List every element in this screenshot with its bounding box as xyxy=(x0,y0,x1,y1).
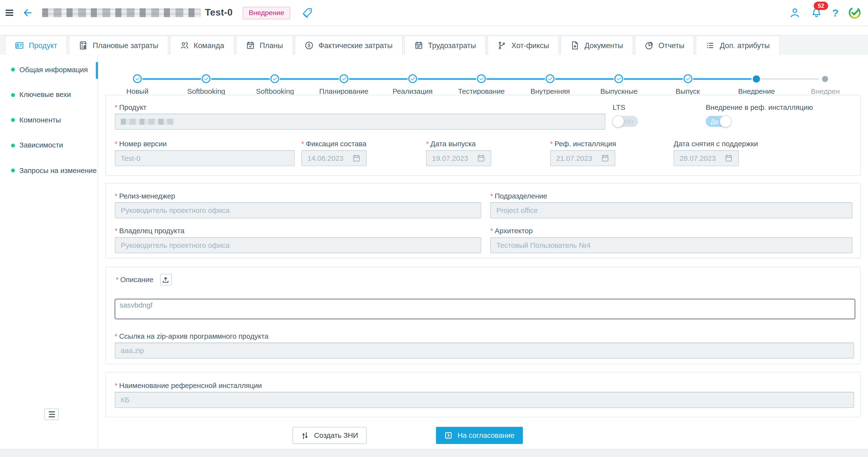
lts-field: LTS Нет xyxy=(613,103,638,127)
field-label: LTS xyxy=(613,103,625,111)
step-check-icon xyxy=(615,74,623,83)
sidebar-item-change-requests[interactable]: Запросы на изменение xyxy=(0,158,98,183)
user-icon[interactable] xyxy=(789,6,801,19)
version-input: Test-0 xyxy=(115,150,294,166)
calendar-check-icon xyxy=(246,41,255,50)
create-zni-button[interactable]: Создать ЗНИ xyxy=(292,427,367,444)
people-card: *Релиз-менеджер Руководитель проектного … xyxy=(105,183,861,258)
product-owner-input: Руководитель проектного офиса xyxy=(115,237,481,253)
team-icon xyxy=(180,41,189,50)
tab-label: Документы xyxy=(584,41,623,50)
required-asterisk: * xyxy=(301,140,304,148)
swap-arrows-icon xyxy=(301,431,309,440)
upload-icon xyxy=(162,276,170,284)
tab-extra-attributes[interactable]: Доп. атрибуты xyxy=(696,35,780,55)
tab-plans[interactable]: Планы xyxy=(236,35,293,55)
section-sidebar: Общая информация Ключевые вехи Компонент… xyxy=(0,55,98,447)
toggle-state-label: Да xyxy=(711,118,718,124)
send-to-approval-button[interactable]: На согласование xyxy=(436,427,523,444)
field-label: Реф. инсталляция xyxy=(555,140,616,148)
required-asterisk: * xyxy=(115,192,118,200)
tab-product[interactable]: Продукт xyxy=(5,35,67,55)
brand-logo-icon xyxy=(848,6,862,20)
lts-toggle[interactable]: Нет xyxy=(613,116,638,127)
ref-installation-name-input: КБ xyxy=(115,392,854,408)
tab-label: Планы xyxy=(259,41,283,50)
header-right-group: 52 ? xyxy=(789,6,868,20)
tags-icon[interactable] xyxy=(301,6,313,19)
tab-labor-costs[interactable]: Трудозатраты xyxy=(404,35,486,55)
input-value: Тестовый Пользователь №4 xyxy=(496,241,590,249)
sidebar-item-general-info[interactable]: Общая информация xyxy=(0,57,98,82)
page-title: Test-0 xyxy=(205,7,232,19)
upload-description-button[interactable] xyxy=(160,274,172,285)
tab-actual-costs[interactable]: $ Фактические затраты xyxy=(295,35,403,55)
field-label: Ссылка на zip-архив программного продукт… xyxy=(119,332,269,340)
sidebar-item-dependencies[interactable]: Зависимости xyxy=(0,133,98,158)
collapse-sidebar-button[interactable] xyxy=(44,408,59,420)
sidebar-item-components[interactable]: Компоненты xyxy=(0,108,98,133)
main-content: Новый Softbooking Softbooking завершен П… xyxy=(99,55,868,447)
calendar-icon xyxy=(352,154,361,162)
tab-reports[interactable]: Отчеты xyxy=(635,35,694,55)
input-value: aaa.zip xyxy=(121,346,144,355)
ref-install-toggle[interactable]: Да xyxy=(706,116,731,127)
ref-installation-date-input: 21.07.2023 xyxy=(550,150,615,166)
description-textarea[interactable]: sasvbdngf xyxy=(115,299,855,319)
input-value: 19.07.2023 xyxy=(432,154,468,162)
department-input: Project office xyxy=(490,202,852,219)
back-arrow-icon[interactable] xyxy=(22,7,33,19)
support-end-date-field: Дата снятия с поддержки 28.07.2023 xyxy=(674,140,739,166)
branch-icon xyxy=(497,41,506,50)
release-manager-input: Руководитель проектного офиса xyxy=(115,202,481,219)
toggle-knob xyxy=(720,115,732,127)
input-value: Project office xyxy=(496,206,538,215)
notification-count-badge: 52 xyxy=(814,2,828,10)
header: Test-0 Внедрение 52 ? xyxy=(0,0,868,26)
step-check-icon xyxy=(202,74,211,83)
product-value-redacted xyxy=(121,119,174,125)
help-icon[interactable]: ? xyxy=(832,7,839,18)
green-dot-icon xyxy=(11,118,15,122)
step-current-dot xyxy=(753,75,760,82)
tab-label: Продукт xyxy=(29,41,57,50)
field-label: Фиксация состава xyxy=(306,140,366,148)
tab-label: Хот-фиксы xyxy=(511,41,549,50)
sidebar-item-label: Запросы на изменение xyxy=(20,166,97,175)
support-end-date-input: 28.07.2023 xyxy=(674,150,739,166)
sidebar-item-key-milestones[interactable]: Ключевые вехи xyxy=(0,82,98,108)
field-label: Дата снятия с поддержки xyxy=(674,140,758,148)
button-label: На согласование xyxy=(458,431,515,439)
calculator-icon xyxy=(79,41,88,50)
toggle-knob xyxy=(612,115,624,127)
menu-icon[interactable] xyxy=(4,8,14,18)
calendar-icon xyxy=(601,154,609,162)
active-section-indicator xyxy=(96,62,98,79)
tab-label: Команда xyxy=(194,41,224,50)
required-asterisk: * xyxy=(115,140,118,148)
forward-square-icon xyxy=(444,431,453,439)
zip-link-input: aaa.zip xyxy=(115,343,854,359)
footer-strip xyxy=(0,449,868,457)
field-label: Релиз-менеджер xyxy=(119,192,175,200)
tab-documents[interactable]: Документы xyxy=(561,35,633,55)
sidebar-item-label: Ключевые вехи xyxy=(20,91,71,99)
dollar-circle-icon: $ xyxy=(305,41,314,50)
field-label: Описание xyxy=(120,276,153,284)
step-check-icon xyxy=(546,74,555,83)
tab-label: Плановые затраты xyxy=(93,41,158,50)
notifications-bell-icon[interactable]: 52 xyxy=(811,6,823,19)
field-label: Продукт xyxy=(119,103,147,111)
tab-hotfixes[interactable]: Хот-фиксы xyxy=(488,35,559,55)
app-window: Test-0 Внедрение 52 ? xyxy=(0,0,868,457)
calendar-icon xyxy=(414,41,423,50)
outdent-icon xyxy=(47,410,56,418)
field-label: Дата выпуска xyxy=(431,140,476,148)
tab-team[interactable]: Команда xyxy=(170,35,234,55)
green-dot-icon xyxy=(11,143,15,147)
product-input xyxy=(115,114,605,130)
ref-install-toggle-field: Внедрение в реф. инсталляцию Да xyxy=(706,103,813,127)
tab-planned-costs[interactable]: Плановые затраты xyxy=(69,35,168,55)
ref-installation-date-field: *Реф. инсталляция 21.07.2023 xyxy=(550,140,615,166)
button-label: Создать ЗНИ xyxy=(314,431,359,439)
